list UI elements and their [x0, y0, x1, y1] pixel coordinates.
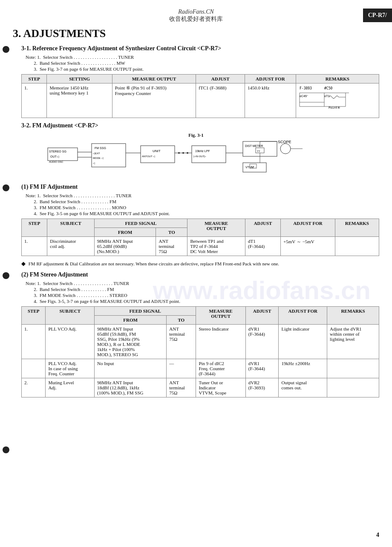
svg-point-30 — [187, 152, 188, 154]
table-row: 1. Memorize 1450 kHzusing Memory key 1 P… — [22, 83, 379, 118]
svg-text:eC49': eC49' — [300, 95, 308, 98]
note-3-1-3: 3. See Fig. 3-7 on page 6 for MEASURE OU… — [26, 66, 379, 72]
table-row: PLL VCO Adj.In case of usingFreq. Counte… — [22, 359, 379, 378]
th-to: TO — [156, 228, 187, 237]
cell-step — [22, 359, 46, 378]
th-feed-signal: FEED SIGNAL — [94, 219, 187, 228]
table-row: 1. Discriminatorcoil adj. 98MHz ANT Inpu… — [22, 237, 379, 256]
section-bullet-3 — [3, 272, 9, 279]
th-step: STEP — [22, 307, 46, 325]
th-remarks: REMARKS — [327, 307, 379, 325]
svg-text:#C50: #C50 — [324, 86, 332, 90]
svg-text:STEREO SG: STEREO SG — [49, 150, 66, 153]
bullet-dot: ◆ — [21, 260, 26, 267]
svg-point-29 — [182, 152, 184, 154]
fig-3-1-svg: STEREO SG OUT◁ AUDIO OSC FM SSG ◁EXT MOD… — [47, 139, 345, 178]
model-badge: CP-R7/ — [363, 9, 392, 22]
cell-measure: Between TP1 andTP2 of F-3644DC Volt Mete… — [187, 237, 245, 256]
th-measure-output: MEASURE OUTPUT — [112, 75, 196, 83]
cell-adjust: dVR1(F-3644) — [245, 359, 279, 378]
th-remarks: REMARKS — [335, 219, 379, 237]
table-row: 1. PLL VCO Adj. 98MHz ANT Input65dBf (59… — [22, 325, 379, 359]
svg-text:eT1: eT1 — [324, 95, 330, 98]
svg-text:TT: TT — [257, 150, 260, 153]
cell-adjust: dVR1(F-3644) — [245, 325, 279, 359]
section-main-heading: 3. ADJUSTMENTS — [13, 27, 379, 40]
cell-step: 1. — [22, 83, 47, 118]
site-subtitle: 收音机爱好者资料库 — [13, 15, 379, 23]
table-row: 2. Muting LevelAdj. 98MHz ANT Input18dBf… — [22, 378, 379, 397]
th-subject: SUBJECT — [46, 307, 95, 325]
svg-text:◁EXT: ◁EXT — [93, 152, 100, 155]
cell-adjust-for: Output signalcomes out. — [279, 378, 327, 397]
cell-measure: Tuner Out orIndicatorVTVM, Scope — [196, 378, 245, 397]
remarks-circuit-svg: F-3893 #C50 eC49' eT1 Point⑥ — [299, 85, 350, 115]
section-3-2-title: 3-2. FM Adjustment <CP-R7> — [13, 122, 379, 129]
svg-text:MODE ◁: MODE ◁ — [93, 157, 104, 159]
cell-from: 98MHz ANT Input65.2dBf (60dB)(No.MOD.) — [94, 237, 156, 256]
section-bullet-2 — [3, 184, 9, 191]
site-header: RadioFans.CN 收音机爱好者资料库 — [13, 9, 379, 23]
th-step: STEP — [22, 219, 47, 237]
cell-to: — — [167, 359, 196, 378]
svg-text:▷IN  OUT▷: ▷IN OUT▷ — [193, 155, 206, 158]
cell-adjust: dVR2(F-3693) — [245, 378, 279, 397]
cell-step: 1. — [22, 325, 46, 359]
svg-text:SCOPE: SCOPE — [278, 140, 291, 144]
cell-from: 98MHz ANT Input65dBf (59.8dB), FMSSG, Pi… — [95, 325, 167, 359]
cell-remarks: F-3893 #C50 eC49' eT1 Point⑥ — [296, 83, 379, 118]
th-from: FROM — [94, 228, 156, 237]
th-remarks: REMARKS — [296, 75, 379, 83]
section-3-2-2-wrapper: www.radiofans.cn (2) FM Stereo Adjustmen… — [13, 271, 379, 397]
cell-from: No Input — [95, 359, 167, 378]
cell-adjust: fTC1 (F-3688) — [196, 83, 245, 118]
section-bullet-1 — [3, 46, 9, 53]
note-3-1-2: 2. Band Selector Switch . . . . . . . . … — [26, 60, 379, 66]
th-adjust: ADJUST — [245, 307, 279, 325]
section-3-2-2-title: (2) FM Stereo Adjustment — [21, 271, 379, 278]
svg-text:19kHz LPF: 19kHz LPF — [195, 150, 210, 153]
th-measure: MEASUREOUTPUT — [196, 307, 245, 325]
th-from: FROM — [95, 316, 167, 325]
fm-rf-note: ◆ FM RF adjustment & Dial Calibration ar… — [21, 260, 379, 267]
cell-adjust-for: 19kHz ±200Hz — [279, 359, 327, 378]
cell-from: 98MHz ANT Input18dBf (12.8dB), 1kHz(100%… — [95, 378, 167, 397]
svg-text:DIST METER: DIST METER — [245, 144, 263, 147]
cell-remarks — [327, 378, 379, 397]
cell-setting: Memorize 1450 kHzusing Memory key 1 — [47, 83, 112, 118]
section-3-2-1-notes: Note: 1. Selector Switch . . . . . . . .… — [26, 193, 379, 216]
table-3-1: STEP SETTING MEASURE OUTPUT ADJUST ADJUS… — [21, 74, 379, 118]
cell-subject: Discriminatorcoil adj. — [47, 237, 94, 256]
svg-point-28 — [178, 152, 180, 154]
cell-to: ANTterminal75Ω — [167, 378, 196, 397]
svg-text:—7—: —7— — [251, 166, 257, 168]
th-setting: SETTING — [47, 75, 112, 83]
cell-measure: Point ⑥ (Pin 91 of F-3693)Frequency Coun… — [112, 83, 196, 118]
site-title: RadioFans.CN — [13, 9, 379, 15]
note-3-1-1: Note: 1. Selector Switch . . . . . . . .… — [26, 55, 379, 60]
cell-adjust-for: +5mV ～ −5mV — [281, 237, 335, 256]
th-to: TO — [167, 316, 196, 325]
cell-step: 2. — [22, 378, 46, 397]
th-subject: SUBJECT — [47, 219, 94, 237]
cell-remarks — [327, 359, 379, 378]
svg-text:AUDIO OSC: AUDIO OSC — [49, 161, 63, 163]
table-3-2-1: STEP SUBJECT FEED SIGNAL MEASUREOUTPUT A… — [21, 219, 379, 256]
section-bullet-4 — [3, 446, 9, 453]
section-3-2-1: (1) FM IF Adjustment Note: 1. Selector S… — [13, 184, 379, 267]
svg-rect-24 — [141, 146, 175, 163]
cell-remarks — [335, 237, 379, 256]
th-adjust-for: ADJUST FOR — [245, 75, 296, 83]
section-3-1-title: 3-1. Reference Frequency Adjustment of S… — [21, 45, 379, 52]
cell-remarks: Adjust the dVR1within center oflighting … — [327, 325, 379, 359]
th-adjust: ADJUST — [196, 75, 245, 83]
cell-adjust-for: 1450.0 kHz — [245, 83, 296, 118]
th-measure: MEASUREOUTPUT — [187, 219, 245, 237]
th-feed-signal: FEED SIGNAL — [95, 307, 196, 316]
cell-to: ANTterminal75Ω — [167, 325, 196, 359]
section-3-2-1-title: (1) FM IF Adjustment — [21, 184, 379, 190]
svg-text:OUT◁: OUT◁ — [50, 155, 59, 158]
section-3-2-2-notes: Note: 1. Selector Switch . . . . . . . .… — [26, 281, 379, 304]
cell-step: 1. — [22, 237, 47, 256]
svg-text:UNIT: UNIT — [153, 149, 161, 153]
